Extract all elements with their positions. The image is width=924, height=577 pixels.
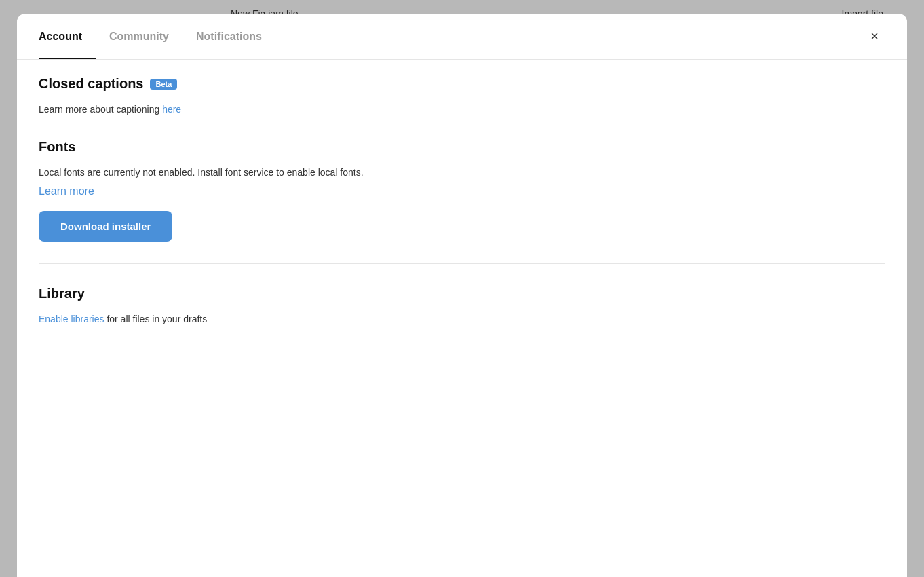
fonts-learn-more-row: Learn more [39,185,885,198]
captions-here-link[interactable]: here [162,104,181,115]
captions-learn-more-text: Learn more about captioning [39,104,162,115]
close-button[interactable]: × [864,26,885,48]
modal: Account Community Notifications × Closed… [17,14,907,577]
fonts-learn-more-link[interactable]: Learn more [39,185,94,197]
captions-title: Closed captions [39,76,143,92]
modal-content: Closed captions Beta Learn more about ca… [17,60,907,577]
library-title: Library [39,286,885,301]
library-description: Enable libraries for all files in your d… [39,312,885,327]
fonts-description: Local fonts are currently not enabled. I… [39,166,885,180]
beta-badge: Beta [150,79,177,90]
captions-learn-more: Learn more about captioning here [39,103,885,117]
library-description-text: for all files in your drafts [104,314,208,324]
tab-notifications[interactable]: Notifications [182,14,275,59]
fonts-title: Fonts [39,139,885,155]
tab-community[interactable]: Community [96,14,182,59]
captions-title-row: Closed captions Beta [39,76,885,92]
modal-header: Account Community Notifications × [17,14,907,60]
enable-libraries-link[interactable]: Enable libraries [39,314,104,324]
section-library: Library Enable libraries for all files i… [39,264,885,348]
section-fonts: Fonts Local fonts are currently not enab… [39,117,885,264]
tab-account[interactable]: Account [39,14,96,59]
section-captions: Closed captions Beta Learn more about ca… [39,60,885,117]
download-installer-button[interactable]: Download installer [39,211,172,242]
